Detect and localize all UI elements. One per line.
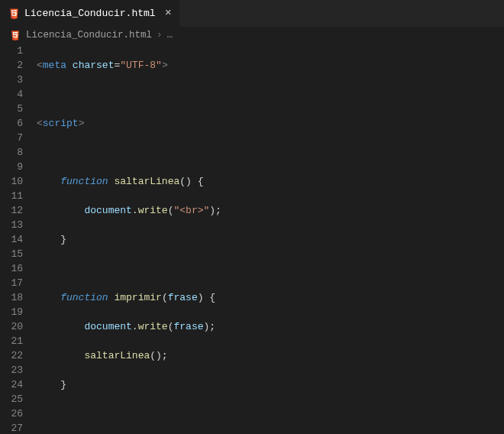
line-number: 13 [0, 218, 23, 232]
tab-active[interactable]: Licencia_Conducir.html × [0, 0, 180, 27]
line-number: 23 [0, 363, 23, 377]
line-number: 8 [0, 145, 23, 160]
tab-title: Licencia_Conducir.html [24, 8, 156, 19]
line-number: 15 [0, 247, 23, 261]
line-number: 9 [0, 160, 23, 174]
line-number: 19 [0, 305, 23, 319]
line-number: 7 [0, 131, 23, 145]
line-number: 17 [0, 276, 23, 290]
tab-bar: Licencia_Conducir.html × [0, 0, 504, 27]
breadcrumb-more: … [167, 30, 173, 40]
code-area[interactable]: <meta charset="UTF-8"> <script> function… [37, 44, 504, 434]
line-number: 22 [0, 348, 23, 363]
line-number: 6 [0, 116, 23, 131]
close-icon[interactable]: × [165, 8, 172, 19]
html5-icon [9, 29, 21, 41]
html5-icon [8, 8, 20, 20]
line-number: 14 [0, 232, 23, 247]
line-number: 4 [0, 87, 23, 102]
breadcrumb-file: Licencia_Conducir.html [26, 30, 152, 40]
line-number: 3 [0, 73, 23, 87]
line-number: 5 [0, 102, 23, 116]
line-number: 24 [0, 377, 23, 392]
line-number: 21 [0, 334, 23, 348]
line-number: 1 [0, 44, 23, 58]
chevron-right-icon: › [157, 30, 163, 40]
line-number: 26 [0, 406, 23, 421]
line-number: 11 [0, 189, 23, 203]
line-number: 20 [0, 319, 23, 334]
line-number: 10 [0, 174, 23, 189]
line-number: 27 [0, 421, 23, 434]
line-number: 2 [0, 58, 23, 73]
line-number: 18 [0, 290, 23, 305]
line-number-gutter: 1234567891011121314151617181920212223242… [0, 44, 37, 434]
breadcrumb[interactable]: Licencia_Conducir.html › … [0, 27, 504, 44]
line-number: 16 [0, 261, 23, 276]
editor[interactable]: 1234567891011121314151617181920212223242… [0, 44, 504, 434]
line-number: 25 [0, 392, 23, 406]
line-number: 12 [0, 203, 23, 218]
